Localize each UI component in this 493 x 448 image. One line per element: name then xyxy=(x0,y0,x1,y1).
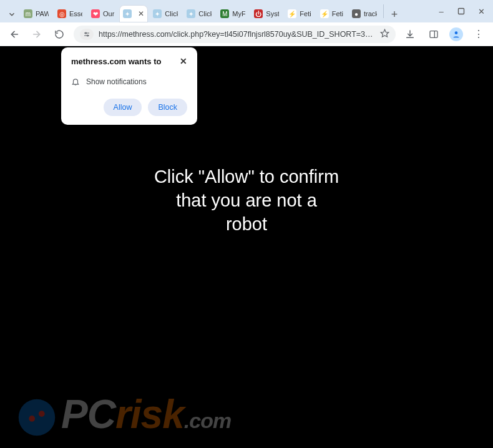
tab-title: PAW xyxy=(36,10,49,17)
tab-divider xyxy=(383,4,384,18)
svg-marker-7 xyxy=(381,29,389,37)
address-bar[interactable]: https://methress.com/click.php?key=tl45i… xyxy=(74,26,396,43)
forward-button[interactable] xyxy=(29,26,45,42)
tab-favicon: ⏻ xyxy=(254,9,263,18)
profile-button[interactable] xyxy=(449,27,463,41)
tab-title: Syst xyxy=(266,10,279,17)
maximize-icon xyxy=(457,7,465,15)
panel-icon xyxy=(429,29,439,39)
browser-tab[interactable]: ●track xyxy=(348,5,381,22)
watermark-icon xyxy=(12,393,61,442)
svg-rect-0 xyxy=(459,9,464,14)
person-icon xyxy=(452,30,461,39)
bookmark-button[interactable] xyxy=(380,29,389,40)
download-icon xyxy=(405,29,415,39)
tab-title: track xyxy=(364,10,377,17)
page-viewport: methress.com wants to ✕ Show notificatio… xyxy=(0,46,493,448)
tab-title: Esse xyxy=(69,10,82,17)
notification-permission-prompt: methress.com wants to ✕ Show notificatio… xyxy=(61,47,197,125)
bell-icon xyxy=(71,77,80,86)
watermark-text: PCrisk.com xyxy=(61,396,231,439)
arrow-right-icon xyxy=(32,29,42,39)
svg-point-5 xyxy=(85,32,87,34)
browser-toolbar: https://methress.com/click.php?key=tl45i… xyxy=(0,22,493,46)
prompt-close-button[interactable]: ✕ xyxy=(180,56,187,66)
back-button[interactable] xyxy=(6,26,22,42)
browser-tab[interactable]: ✦Click xyxy=(183,5,215,22)
search-tabs-button[interactable] xyxy=(4,6,20,22)
tab-title: Feti xyxy=(332,10,343,17)
tab-title: Our xyxy=(103,10,114,17)
block-button[interactable]: Block xyxy=(148,99,187,116)
allow-button[interactable]: Allow xyxy=(104,99,142,116)
prompt-title: methress.com wants to xyxy=(71,57,162,66)
chevron-down-icon xyxy=(7,10,16,19)
tab-favicon: ✦ xyxy=(187,9,195,18)
window-maximize-button[interactable] xyxy=(452,2,471,20)
page-message-line1: Click "Allow" to confirm xyxy=(0,165,493,188)
svg-point-6 xyxy=(87,35,89,36)
browser-tabstrip: mPAW◎Esse❤Our✦✕✦Click✦ClickMMyF⏻Syst⚡Fet… xyxy=(0,0,493,22)
page-message-line3: robot xyxy=(0,212,493,236)
tabs-host: mPAW◎Esse❤Our✦✕✦Click✦ClickMMyF⏻Syst⚡Fet… xyxy=(20,5,381,22)
svg-point-14 xyxy=(29,416,35,422)
window-close-button[interactable]: ✕ xyxy=(472,2,491,20)
reload-icon xyxy=(54,29,64,39)
tab-close-button[interactable]: ✕ xyxy=(138,10,144,17)
watermark-text-a: PC xyxy=(61,392,115,437)
tune-icon xyxy=(83,31,90,38)
tab-favicon: ⚡ xyxy=(288,9,296,18)
prompt-permission-label: Show notifications xyxy=(86,77,147,86)
star-icon xyxy=(380,29,389,38)
tab-favicon: ✦ xyxy=(153,9,162,18)
url-text: https://methress.com/click.php?key=tl45i… xyxy=(99,30,375,39)
watermark: PCrisk.com xyxy=(12,393,231,442)
tab-title: Feti xyxy=(300,10,311,17)
tab-title: Click xyxy=(198,10,212,17)
svg-rect-10 xyxy=(430,31,437,37)
browser-tab[interactable]: ✦✕ xyxy=(119,5,148,22)
browser-tab[interactable]: ⚡Feti xyxy=(284,5,315,22)
tab-favicon: M xyxy=(220,9,229,18)
svg-point-15 xyxy=(39,411,45,417)
toolbar-right: ⋮ xyxy=(402,26,487,42)
svg-point-13 xyxy=(19,399,56,436)
tab-favicon: m xyxy=(24,9,32,18)
tab-favicon: ● xyxy=(352,9,361,18)
browser-tab[interactable]: ❤Our xyxy=(87,5,118,22)
site-info-button[interactable] xyxy=(80,29,94,40)
tab-title: MyF xyxy=(232,10,245,17)
chrome-menu-button[interactable]: ⋮ xyxy=(471,26,487,42)
svg-point-12 xyxy=(455,31,458,34)
downloads-button[interactable] xyxy=(402,26,418,42)
page-message: Click "Allow" to confirm that you are no… xyxy=(0,165,493,236)
tab-favicon: ❤ xyxy=(91,9,100,18)
page-message-line2: that you are not a xyxy=(0,188,493,212)
window-minimize-button[interactable]: – xyxy=(432,2,451,20)
window-controls: – ✕ xyxy=(432,0,491,22)
arrow-left-icon xyxy=(9,29,19,39)
browser-tab[interactable]: ⏻Syst xyxy=(250,5,283,22)
browser-tab[interactable]: MMyF xyxy=(217,5,249,22)
browser-tab[interactable]: mPAW xyxy=(20,5,52,22)
watermark-text-c: .com xyxy=(184,409,231,432)
tab-favicon: ⚡ xyxy=(320,9,329,18)
browser-tab[interactable]: ✦Click xyxy=(149,5,182,22)
browser-tab[interactable]: ⚡Feti xyxy=(316,5,347,22)
tab-title: Click xyxy=(165,10,178,17)
watermark-text-b: risk xyxy=(115,392,184,437)
tab-favicon: ◎ xyxy=(57,9,66,18)
browser-tab[interactable]: ◎Esse xyxy=(54,5,86,22)
tab-favicon: ✦ xyxy=(123,9,132,18)
reload-button[interactable] xyxy=(51,26,67,42)
sidepanel-button[interactable] xyxy=(426,26,442,42)
new-tab-button[interactable]: + xyxy=(386,6,403,22)
